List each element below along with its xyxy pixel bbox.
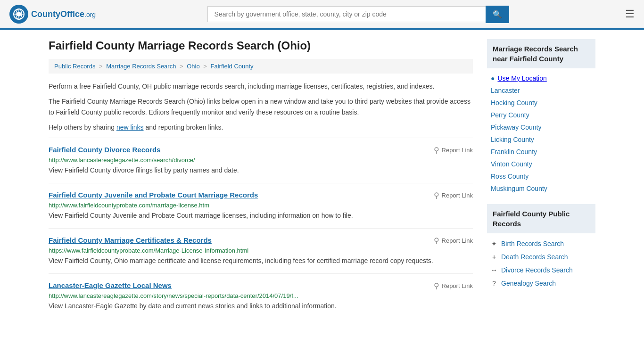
logo[interactable]: CountyOffice.org [9, 5, 96, 24]
logo-text: CountyOffice.org [31, 9, 96, 19]
sidebar: Marriage Records Search near Fairfield C… [487, 39, 595, 319]
result-desc: View Fairfield County divorce filings li… [49, 165, 473, 175]
list-item: Pickaway County [487, 121, 595, 133]
report-icon: ⚲ [434, 281, 439, 290]
report-icon: ⚲ [434, 146, 439, 155]
nearby-link[interactable]: Vinton County [491, 160, 532, 168]
result-item: Lancaster-Eagle Gazette Local News ⚲ Rep… [49, 273, 473, 319]
page-title: Fairfield County Marriage Records Search… [49, 39, 473, 52]
list-item: Vinton County [487, 158, 595, 170]
nearby-link[interactable]: Hocking County [491, 99, 537, 107]
list-item: Perry County [487, 109, 595, 121]
breadcrumb-sep-1: > [99, 63, 104, 70]
genealogy-search-link[interactable]: Genealogy Search [501, 280, 556, 287]
list-item: ? Genealogy Search [487, 277, 595, 290]
result-title[interactable]: Fairfield County Juvenile and Probate Co… [49, 191, 258, 199]
list-item: Franklin County [487, 146, 595, 158]
report-link-button[interactable]: ⚲ Report Link [434, 146, 473, 155]
report-label: Report Link [442, 237, 473, 244]
report-icon: ⚲ [434, 191, 439, 200]
result-item: Fairfield County Divorce Records ⚲ Repor… [49, 138, 473, 183]
breadcrumb: Public Records > Marriage Records Search… [49, 59, 473, 74]
result-desc: View Fairfield County, Ohio marriage cer… [49, 256, 473, 266]
result-url[interactable]: http://www.lancastereaglegazette.com/sea… [49, 156, 473, 164]
list-item: + Death Records Search [487, 250, 595, 263]
location-icon: ● [491, 74, 495, 82]
result-item: Fairfield County Juvenile and Probate Co… [49, 183, 473, 228]
result-header: Fairfield County Divorce Records ⚲ Repor… [49, 146, 473, 155]
divorce-records-link[interactable]: Divorce Records Search [501, 266, 573, 274]
breadcrumb-sep-3: > [203, 63, 208, 70]
breadcrumb-fairfield[interactable]: Fairfield County [211, 63, 254, 70]
description-1: Perform a free Fairfield County, OH publ… [49, 81, 473, 91]
result-header: Fairfield County Juvenile and Probate Co… [49, 191, 473, 200]
report-link-button[interactable]: ⚲ Report Link [434, 191, 473, 200]
list-item: Licking County [487, 133, 595, 146]
search-input[interactable] [207, 6, 486, 22]
list-item: ↔ Divorce Records Search [487, 263, 595, 277]
nearby-link[interactable]: Ross County [491, 173, 528, 180]
content-area: Fairfield County Marriage Records Search… [49, 39, 473, 319]
result-url[interactable]: http://www.lancastereaglegazette.com/sto… [49, 292, 473, 299]
nearby-list: Lancaster Hocking County Perry County Pi… [487, 84, 595, 195]
birth-icon: ✦ [491, 240, 497, 247]
use-location[interactable]: ● Use My Location [487, 72, 595, 84]
nearby-link[interactable]: Lancaster [491, 87, 520, 94]
birth-records-link[interactable]: Birth Records Search [501, 240, 564, 247]
genealogy-icon: ? [491, 280, 497, 287]
nearby-link[interactable]: Pickaway County [491, 123, 541, 131]
search-button[interactable]: 🔍 [486, 6, 509, 23]
breadcrumb-public-records[interactable]: Public Records [54, 63, 95, 70]
description-2: The Fairfield County Marriage Records Se… [49, 96, 473, 117]
breadcrumb-sep-2: > [180, 63, 185, 70]
death-icon: + [491, 253, 497, 261]
report-icon: ⚲ [434, 236, 439, 245]
sidebar-nearby-header: Marriage Records Search near Fairfield C… [487, 39, 595, 68]
logo-icon [9, 5, 28, 24]
report-label: Report Link [442, 147, 473, 154]
list-item: Ross County [487, 170, 595, 182]
breadcrumb-marriage-records[interactable]: Marriage Records Search [106, 63, 176, 70]
report-link-button[interactable]: ⚲ Report Link [434, 236, 473, 245]
description-3: Help others by sharing new links and rep… [49, 122, 473, 132]
result-desc: View Lancaster-Eagle Gazette by date and… [49, 301, 473, 311]
site-header: CountyOffice.org 🔍 ☰ [0, 0, 644, 30]
result-url[interactable]: https://www.fairfieldcountyprobate.com/M… [49, 247, 473, 254]
result-desc: View Fairfield County Juvenile and Proba… [49, 211, 473, 221]
nearby-link[interactable]: Franklin County [491, 148, 537, 156]
search-area: 🔍 [207, 6, 509, 23]
sidebar-public-records-section: Fairfield County Public Records ✦ Birth … [487, 204, 595, 290]
nearby-link[interactable]: Perry County [491, 111, 529, 119]
result-title[interactable]: Lancaster-Eagle Gazette Local News [49, 281, 172, 289]
breadcrumb-ohio[interactable]: Ohio [187, 63, 199, 70]
result-title[interactable]: Fairfield County Divorce Records [49, 146, 161, 154]
nearby-link[interactable]: Licking County [491, 136, 534, 143]
result-header: Fairfield County Marriage Certificates &… [49, 236, 473, 245]
logo-org: .org [84, 11, 96, 18]
list-item: Lancaster [487, 84, 595, 97]
public-records-list: ✦ Birth Records Search + Death Records S… [487, 237, 595, 290]
logo-name: CountyOffice [31, 9, 84, 19]
list-item: ✦ Birth Records Search [487, 237, 595, 250]
result-title[interactable]: Fairfield County Marriage Certificates &… [49, 236, 212, 244]
result-item: Fairfield County Marriage Certificates &… [49, 228, 473, 273]
divorce-icon: ↔ [491, 266, 497, 274]
hamburger-menu-button[interactable]: ☰ [625, 8, 635, 20]
result-url[interactable]: http://www.fairfieldcountyprobate.com/ma… [49, 202, 473, 209]
new-links-link[interactable]: new links [116, 123, 144, 131]
sidebar-public-records-header: Fairfield County Public Records [487, 204, 595, 233]
list-item: Muskingum County [487, 182, 595, 195]
nearby-link[interactable]: Muskingum County [491, 185, 547, 192]
list-item: Hocking County [487, 97, 595, 109]
death-records-link[interactable]: Death Records Search [501, 253, 568, 261]
main-container: Fairfield County Marriage Records Search… [39, 30, 605, 328]
report-label: Report Link [442, 282, 473, 289]
use-location-link[interactable]: Use My Location [497, 74, 546, 82]
report-label: Report Link [442, 192, 473, 199]
report-link-button[interactable]: ⚲ Report Link [434, 281, 473, 290]
result-header: Lancaster-Eagle Gazette Local News ⚲ Rep… [49, 281, 473, 290]
sidebar-nearby-section: Marriage Records Search near Fairfield C… [487, 39, 595, 195]
